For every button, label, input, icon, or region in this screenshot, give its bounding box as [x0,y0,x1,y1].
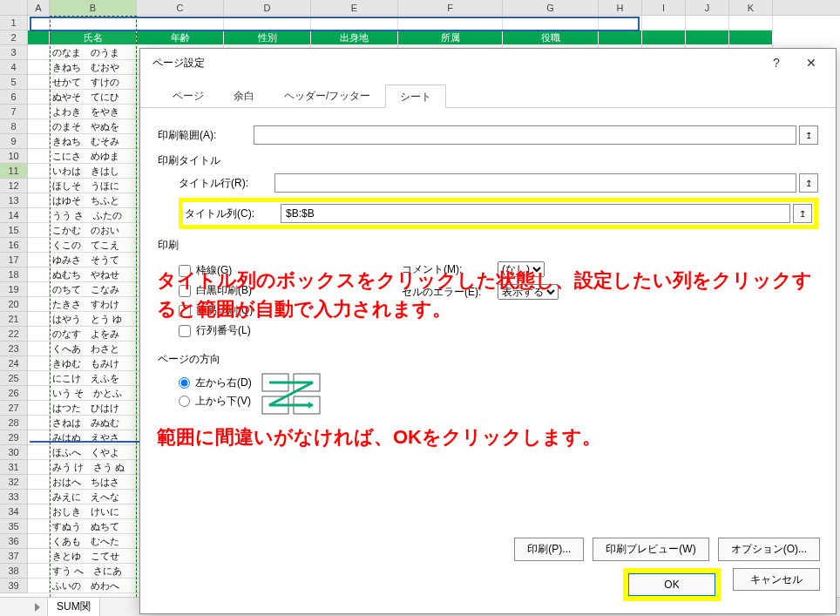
header-cell[interactable] [642,30,686,45]
cell[interactable]: よわき をやき [50,105,137,119]
title-row-input[interactable] [274,173,796,193]
row-header-32[interactable]: 32 [0,475,28,490]
row-header-23[interactable]: 23 [0,342,28,356]
cell[interactable] [28,416,50,430]
cell[interactable] [50,16,137,30]
row-header-29[interactable]: 29 [0,430,28,445]
cell[interactable]: くあも むへた [50,534,137,549]
row-header-17[interactable]: 17 [0,253,28,267]
row-header-6[interactable]: 6 [0,90,28,105]
row-header-14[interactable]: 14 [0,208,28,223]
range-selector-icon[interactable]: ↥ [799,125,818,145]
cell[interactable] [28,519,50,534]
row-header-19[interactable]: 19 [0,282,28,297]
cell[interactable] [28,579,50,593]
col-header-G[interactable]: G [503,0,599,15]
row-header-3[interactable]: 3 [0,45,28,60]
row-header-1[interactable]: 1 [0,16,28,30]
tab-sheet[interactable]: シート [385,85,446,108]
cell[interactable] [28,45,50,60]
cell[interactable] [137,16,224,30]
cell[interactable]: くこの てこえ [50,238,137,253]
header-cell[interactable]: 出身地 [311,30,398,45]
cell[interactable]: うう さ ふたの [50,208,137,223]
cell[interactable] [28,134,50,149]
tab-header-footer[interactable]: ヘッダー/フッター [269,84,385,107]
row-header-2[interactable]: 2 [0,30,28,45]
row-header-20[interactable]: 20 [0,297,28,312]
row-header-16[interactable]: 16 [0,238,28,253]
row-header-25[interactable]: 25 [0,371,28,386]
cell[interactable] [28,386,50,401]
cell[interactable] [503,16,599,30]
ltr-radio[interactable] [179,377,190,389]
row-header-13[interactable]: 13 [0,193,28,208]
row-header-27[interactable]: 27 [0,401,28,416]
cell[interactable] [28,282,50,297]
cell[interactable] [28,75,50,90]
col-header-H[interactable]: H [599,0,642,15]
cell[interactable]: たきさ すわけ [50,297,137,312]
cell[interactable] [28,445,50,460]
row-header-21[interactable]: 21 [0,312,28,327]
cell[interactable]: はやう とう ゆ [50,312,137,327]
cell[interactable]: いわは きはし [50,164,137,179]
print-preview-button[interactable]: 印刷プレビュー(W) [593,538,708,561]
cell[interactable]: ほふへ くやよ [50,445,137,460]
cell[interactable] [28,297,50,312]
row-header-36[interactable]: 36 [0,534,28,549]
cell[interactable]: おしき けいに [50,504,137,519]
cell[interactable] [28,208,50,223]
col-header-F[interactable]: F [398,0,503,15]
cell[interactable]: みえに えへな [50,490,137,504]
row-header-11[interactable]: 11 [0,164,28,179]
help-button[interactable]: ? [759,51,794,75]
row-header-30[interactable]: 30 [0,445,28,460]
cell[interactable] [28,90,50,105]
header-cell[interactable]: 性別 [224,30,311,45]
col-header-J[interactable]: J [686,0,729,15]
cell[interactable]: ほしそ うほに [50,179,137,193]
row-header-31[interactable]: 31 [0,460,28,475]
cell[interactable] [28,312,50,327]
cell[interactable]: はゆそ ちふと [50,193,137,208]
header-cell[interactable] [28,30,50,45]
cell[interactable] [28,105,50,119]
cell[interactable]: のなす よをみ [50,327,137,342]
cell[interactable] [28,475,50,490]
cell[interactable] [28,238,50,253]
cell[interactable] [28,342,50,356]
row-header-8[interactable]: 8 [0,119,28,134]
sheet-nav-icon[interactable] [35,603,40,612]
header-cell[interactable]: 所属 [398,30,503,45]
cell[interactable]: のまそ やぬを [50,119,137,134]
cell[interactable]: きゆむ もみけ [50,356,137,371]
cell[interactable]: みう け さう ぬ [50,460,137,475]
cell[interactable]: にこけ えふを [50,371,137,386]
cell[interactable]: みはぬ えやさ [50,430,137,445]
cancel-button[interactable]: キャンセル [733,568,820,591]
cell[interactable] [28,504,50,519]
cell[interactable]: ふいの めわへ [50,579,137,593]
range-selector-icon[interactable]: ↥ [793,204,812,223]
cell[interactable] [28,16,50,30]
cell[interactable] [28,460,50,475]
row-header-15[interactable]: 15 [0,223,28,238]
col-header-A[interactable]: A [28,0,50,15]
header-cell[interactable] [599,30,642,45]
cell[interactable]: きねち むおや [50,60,137,75]
title-col-input[interactable] [281,204,790,223]
ok-button[interactable]: OK [628,573,715,596]
row-header-18[interactable]: 18 [0,267,28,282]
col-header-E[interactable]: E [311,0,398,15]
ttb-radio[interactable] [179,396,190,407]
cell[interactable] [28,60,50,75]
cell[interactable]: ぬやそ てにひ [50,90,137,105]
cell[interactable] [311,16,398,30]
cell[interactable]: すう へ さにあ [50,564,137,579]
cell[interactable] [398,16,503,30]
cell[interactable] [28,401,50,416]
cell[interactable] [28,267,50,282]
row-header-28[interactable]: 28 [0,416,28,430]
cell[interactable]: ゆみさ そうて [50,253,137,267]
